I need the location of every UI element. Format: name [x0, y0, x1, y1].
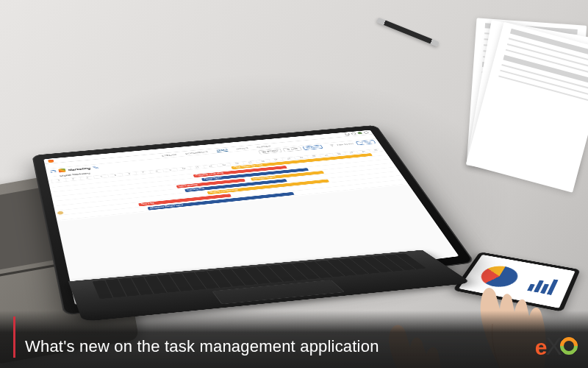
filter-text-label[interactable]: Filter by text	[337, 143, 354, 146]
platform-logo-icon[interactable]	[48, 159, 54, 162]
svg-rect-1	[264, 151, 266, 152]
brand-logo: e X	[535, 332, 578, 361]
filter-button-label: Filter	[364, 141, 372, 143]
tab-stream[interactable]: STREAM	[162, 153, 177, 157]
tab-notes[interactable]: NOTES	[236, 147, 248, 150]
tab-agenda[interactable]: AGENDA	[256, 145, 271, 148]
view-label: BOARD	[267, 149, 279, 152]
promo-scene: STREAM DOCUMENTS TASKS NOTES AGENDA Mark…	[0, 0, 588, 368]
notifications-icon[interactable]	[351, 132, 356, 135]
avatar-icon[interactable]	[357, 132, 362, 134]
paper-stack-prop	[453, 14, 588, 193]
filter-text-icon	[329, 144, 334, 146]
hamburger-icon[interactable]	[50, 170, 56, 173]
view-label: PLAN	[310, 146, 319, 149]
search-icon[interactable]	[345, 133, 350, 135]
back-arrow-icon[interactable]: ←	[53, 175, 57, 177]
bar-chart-icon	[527, 275, 559, 295]
accent-bar	[13, 316, 15, 358]
headline-text: What's new on the task management applic…	[25, 337, 379, 356]
svg-marker-7	[330, 145, 334, 146]
apps-icon[interactable]	[363, 131, 368, 133]
caption-overlay: What's new on the task management applic…	[0, 311, 588, 368]
svg-marker-8	[360, 142, 364, 144]
pie-chart-icon	[476, 263, 522, 290]
view-label: LIST	[291, 148, 298, 150]
svg-rect-0	[262, 151, 265, 152]
funnel-icon	[359, 141, 365, 144]
phone-icon[interactable]	[93, 166, 98, 169]
tab-tasks[interactable]: TASKS	[215, 149, 228, 152]
space-avatar-icon[interactable]	[58, 169, 65, 173]
